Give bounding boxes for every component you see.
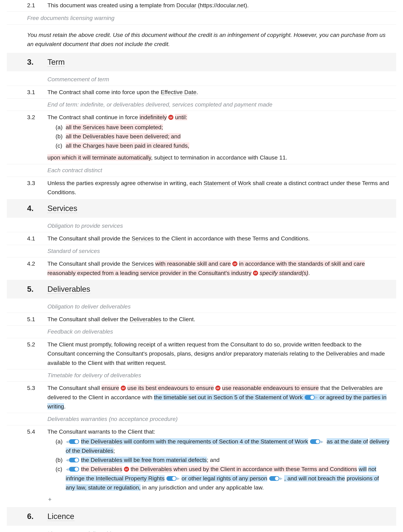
section-number: 5. <box>27 283 47 295</box>
toggle-icon[interactable] <box>310 439 320 444</box>
toggle-span[interactable]: or other legal rights <box>182 475 231 481</box>
clause-4-1: 4.1 The Consultant shall provide the Ser… <box>7 233 396 244</box>
clause-number: 5.2 <box>27 340 47 367</box>
text: The Contract shall come into force upon … <box>47 89 161 95</box>
clause-5-2: 5.2 The Client must promptly, following … <box>7 339 396 368</box>
note-timetable: Timetable for delivery of deliverables <box>7 369 396 382</box>
defined-term[interactable]: Deliverables <box>130 316 161 323</box>
clause-3-3: 3.3 Unless the parties expressly agree o… <box>7 178 396 198</box>
toggle-span[interactable]: the Deliverables will conform with the r… <box>81 438 308 445</box>
clause-number: 3.1 <box>27 88 47 97</box>
note-end-of-term: End of term: indefinite, or deliverables… <box>7 98 396 111</box>
toggle-span[interactable]: of any person <box>231 475 267 481</box>
defined-term[interactable]: Services <box>83 124 105 131</box>
section-3-heading: 3. Term <box>7 53 396 71</box>
option-text[interactable]: upon which it will terminate automatical… <box>47 154 151 161</box>
note-standard: Standard of services <box>7 245 396 257</box>
option-placeholder[interactable]: specify standard(s) <box>260 270 308 276</box>
defined-term[interactable]: Deliverables <box>326 350 358 357</box>
defined-term[interactable]: Charges <box>83 142 104 149</box>
section-title[interactable]: Licence <box>47 512 74 521</box>
clause-body: The Consultant shall deliver the Deliver… <box>47 315 396 324</box>
toggle-span[interactable]: will <box>359 466 367 472</box>
or-badge[interactable]: or <box>121 386 126 391</box>
toggle-icon[interactable] <box>69 467 79 472</box>
defined-term[interactable]: Services <box>132 260 154 267</box>
arrow-icon: ◀ <box>66 439 69 445</box>
option-span[interactable]: all the Charges have been paid in cleare… <box>66 142 189 149</box>
option-text[interactable]: with reasonable skill and care <box>155 260 231 267</box>
option-text[interactable]: indefinitely <box>139 114 167 120</box>
or-badge[interactable]: or <box>253 271 258 276</box>
note-each-distinct: Each contract distinct <box>7 164 396 177</box>
toggle-span[interactable]: the Deliverables will be free from mater… <box>81 457 207 463</box>
note-warranties: Deliverables warranties (no acceptance p… <box>7 413 396 425</box>
text: The Consultant shall provide the <box>47 235 132 242</box>
defined-term[interactable]: Statement of Work <box>203 180 251 187</box>
clause-body: The Contract shall continue in force ind… <box>47 113 396 150</box>
sub-item-c: (c) ◀ the Deliverables or the Deliverabl… <box>56 464 390 492</box>
sub-item-a: (a) all the Services have been completed… <box>56 123 390 132</box>
arrow-icon: ◀ <box>66 457 69 463</box>
or-badge[interactable]: or <box>215 386 220 391</box>
text: , subject to termination in accordance w… <box>151 154 287 161</box>
option-text[interactable]: until: <box>175 114 187 120</box>
clause-5-3: 5.3 The Consultant shall ensure or use i… <box>7 383 396 412</box>
sub-item-c: (c) all the Charges have been paid in cl… <box>56 141 390 150</box>
toggle-span[interactable]: as at the date of <box>327 438 368 445</box>
arrow-icon: ▶ <box>315 394 318 400</box>
text: The Client must promptly, following rece… <box>47 341 361 357</box>
sub-item-b: (b) ◀ the Deliverables will be free from… <box>56 455 390 464</box>
section-title[interactable]: Term <box>47 57 65 67</box>
defined-term[interactable]: Services <box>132 235 154 242</box>
text: ; <box>113 448 115 454</box>
note-feedback: Feedback on deliverables <box>7 325 396 338</box>
text: The Consultant shall <box>47 385 101 391</box>
clause-2-1: 2.1 This document was created using a te… <box>7 0 396 12</box>
toggle-icon[interactable] <box>69 439 79 444</box>
option-text[interactable]: use its best endeavours to ensure <box>127 385 214 391</box>
clause-3-2: 3.2 The Contract shall continue in force… <box>7 112 396 151</box>
clause-number: 2.1 <box>27 1 47 10</box>
note-obligation-services: Obligation to provide services <box>7 219 396 232</box>
defined-term[interactable]: Docular <box>176 2 196 9</box>
option-text[interactable]: ensure <box>101 385 119 391</box>
defined-term[interactable]: Deliverables <box>83 133 114 140</box>
text: . <box>196 89 198 95</box>
clause-4-2: 4.2 The Consultant shall provide the Ser… <box>7 258 396 278</box>
toggle-icon[interactable] <box>269 476 279 481</box>
or-badge[interactable]: or <box>232 261 237 266</box>
option-text[interactable]: the Deliverables <box>81 466 122 472</box>
section-5-heading: 5. Deliverables <box>7 280 396 298</box>
clause-3-2-tail: upon which it will terminate automatical… <box>7 151 396 163</box>
section-6-heading: 6. Licence <box>7 507 396 526</box>
toggle-span[interactable]: , and will not breach the <box>284 475 345 481</box>
add-clause-icon[interactable]: ✦ <box>47 495 52 504</box>
text: The Contract shall continue in force <box>47 114 139 120</box>
text: to the Client. <box>161 316 195 322</box>
toggle-icon[interactable] <box>69 458 79 462</box>
option-span[interactable]: all the Deliverables have been delivered… <box>66 133 181 139</box>
text: The Consultant warrants to the Client th… <box>47 428 155 435</box>
defined-term[interactable]: Effective Date <box>161 89 196 96</box>
clause-body: The Consultant shall provide the Service… <box>47 234 396 243</box>
or-badge[interactable]: or <box>124 467 129 472</box>
note-commencement: Commencement of term <box>7 73 396 86</box>
toggle-icon[interactable] <box>166 476 176 481</box>
section-title[interactable]: Services <box>47 204 77 213</box>
sub-mark: (a) <box>56 437 66 455</box>
note-obligation-deliver: Obligation to deliver deliverables <box>7 300 396 313</box>
clause-number: 3.2 <box>27 113 47 150</box>
clause-5-4: 5.4 The Consultant warrants to the Clien… <box>7 426 396 493</box>
note-warning-heading: Free documents licensing warning <box>7 12 396 24</box>
defined-term[interactable]: Deliverables <box>341 385 373 392</box>
option-text[interactable]: the Deliverables when used by the Client… <box>131 466 357 472</box>
section-number: 3. <box>27 56 47 68</box>
option-span[interactable]: all the Services have been completed; <box>66 124 163 130</box>
or-badge[interactable]: or <box>168 115 173 120</box>
option-text[interactable]: use reasonable endeavours to ensure <box>222 385 319 391</box>
toggle-icon[interactable] <box>305 395 315 400</box>
section-title[interactable]: Deliverables <box>47 285 90 294</box>
text: The Consultant shall deliver the <box>47 316 130 322</box>
sub-mark: (c) <box>56 141 66 150</box>
